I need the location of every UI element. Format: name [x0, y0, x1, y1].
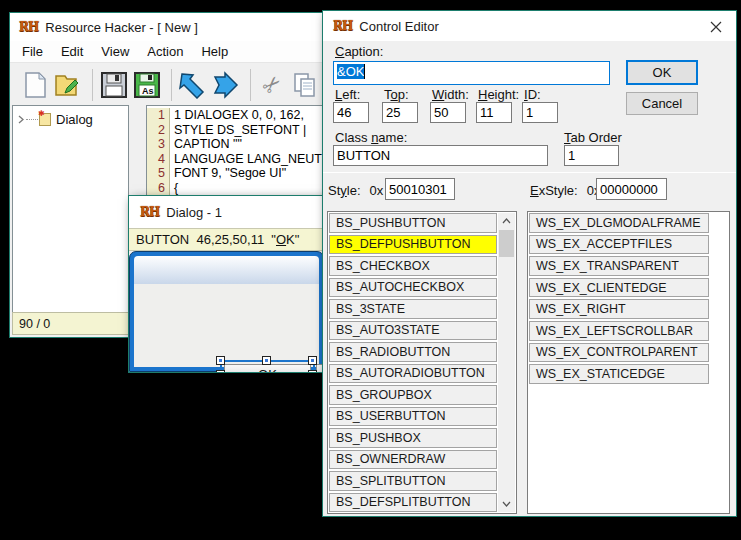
menu-item-edit[interactable]: Edit: [52, 42, 92, 61]
list-item[interactable]: BS_PUSHBOX: [329, 428, 497, 448]
selection-handle-n[interactable]: [263, 357, 270, 364]
exstyle-hex-field[interactable]: [596, 178, 667, 200]
code-text: FONT 9, "Segoe UI": [170, 166, 286, 181]
style-hex-prefix: 0x: [370, 183, 384, 198]
code-text: STYLE DS_SETFONT |: [170, 123, 306, 138]
copy-icon[interactable]: [290, 70, 320, 100]
resource-folder-icon: [39, 113, 51, 126]
chevron-right-icon[interactable]: [17, 115, 25, 124]
list-item[interactable]: BS_AUTOCHECKBOX: [329, 278, 497, 298]
menu-item-file[interactable]: File: [13, 42, 52, 61]
control-editor-titlebar: RH Control Editor: [323, 11, 736, 41]
height-label: Height:: [478, 87, 519, 102]
text-caret: [364, 64, 365, 79]
class-name-field[interactable]: [333, 145, 548, 166]
exstyle-flags-list[interactable]: WS_EX_DLGMODALFRAME WS_EX_ACCEPTFILES WS…: [527, 211, 730, 514]
code-text: LANGUAGE LANG_NEUT: [170, 152, 322, 167]
selection-handle-ne[interactable]: [309, 357, 316, 364]
list-item[interactable]: BS_OWNERDRAW: [329, 450, 497, 470]
style-label: Style:: [328, 183, 361, 198]
separator-line: [323, 172, 736, 173]
width-label: Width:: [432, 87, 469, 102]
selection-handle-nw[interactable]: [217, 357, 224, 364]
resource-tree: Dialog: [12, 105, 129, 314]
toolbar-separator: [171, 69, 172, 101]
menu-item-view[interactable]: View: [92, 42, 138, 61]
save-as-badge: As: [142, 86, 154, 96]
export-arrow-icon[interactable]: [211, 70, 241, 100]
selected-text: &OK: [337, 64, 364, 79]
open-file-icon[interactable]: [53, 70, 83, 100]
close-icon[interactable]: [708, 19, 724, 35]
left-field[interactable]: [333, 102, 369, 123]
new-document-icon[interactable]: [20, 70, 50, 100]
dialog-canvas[interactable]: OK: [129, 251, 324, 372]
line-number: 3: [147, 137, 170, 152]
dialog-preview-window: RH Dialog - 1 BUTTON 46,25,50,11 "OK" OK: [128, 195, 325, 373]
scrollbar-thumb[interactable]: [499, 230, 514, 257]
toolbar-separator: [92, 69, 93, 101]
exstyle-flags-items: WS_EX_DLGMODALFRAME WS_EX_ACCEPTFILES WS…: [529, 213, 709, 512]
selection-handle-e[interactable]: [309, 371, 316, 373]
list-item[interactable]: BS_PUSHBUTTON: [329, 213, 497, 233]
list-item[interactable]: BS_RADIOBUTTON: [329, 342, 497, 362]
style-flags-list[interactable]: BS_PUSHBUTTON BS_DEFPUSHBUTTON BS_CHECKB…: [327, 211, 517, 514]
list-item[interactable]: WS_EX_RIGHT: [529, 299, 709, 319]
list-item[interactable]: BS_USERBUTTON: [329, 407, 497, 427]
list-item[interactable]: BS_AUTO3STATE: [329, 321, 497, 341]
cancel-button[interactable]: Cancel: [626, 92, 698, 115]
list-item[interactable]: BS_DEFSPLITBUTTON: [329, 493, 497, 513]
style-hex-field[interactable]: [385, 178, 455, 200]
code-text: {: [170, 181, 178, 196]
toolbar-separator: [250, 69, 251, 101]
list-item-selected[interactable]: BS_DEFPUSHBUTTON: [329, 235, 497, 255]
tab-order-label: Tab Order: [564, 130, 622, 145]
id-label: ID:: [524, 87, 541, 102]
list-item[interactable]: WS_EX_CLIENTEDGE: [529, 278, 709, 298]
dialog1-title: Dialog - 1: [166, 205, 222, 220]
scroll-down-icon[interactable]: [498, 496, 515, 512]
list-item[interactable]: WS_EX_STATICEDGE: [529, 364, 709, 384]
code-text: CAPTION "": [170, 137, 242, 152]
list-item[interactable]: WS_EX_DLGMODALFRAME: [529, 213, 709, 233]
code-text: 1 DIALOGEX 0, 0, 162,: [170, 108, 304, 123]
control-editor-title: Control Editor: [359, 19, 438, 34]
list-item[interactable]: WS_EX_ACCEPTFILES: [529, 235, 709, 255]
selection-handle-w[interactable]: [217, 371, 224, 373]
height-field[interactable]: [476, 102, 512, 123]
style-flags-items: BS_PUSHBUTTON BS_DEFPUSHBUTTON BS_CHECKB…: [329, 213, 497, 512]
app-icon: RH: [333, 19, 352, 33]
caption-label: Caption:: [335, 44, 383, 59]
list-item[interactable]: BS_3STATE: [329, 299, 497, 319]
scrollbar[interactable]: [498, 213, 515, 512]
ok-button[interactable]: OK: [626, 60, 698, 85]
list-item[interactable]: BS_SPLITBUTTON: [329, 471, 497, 491]
main-window-title: Resource Hacker - [ New ]: [45, 20, 197, 35]
exstyle-row: ExStyle: 0x: [530, 183, 600, 198]
list-item[interactable]: BS_GROUPBOX: [329, 385, 497, 405]
save-as-icon[interactable]: As: [132, 70, 162, 100]
menu-item-action[interactable]: Action: [138, 42, 192, 61]
menu-item-help[interactable]: Help: [192, 42, 237, 61]
line-number: 1: [147, 108, 170, 123]
cut-icon[interactable]: ✂: [257, 70, 287, 100]
top-field[interactable]: [382, 102, 418, 123]
line-number: 4: [147, 152, 170, 167]
tab-order-field[interactable]: [564, 145, 619, 166]
caption-input[interactable]: &OK: [333, 61, 610, 85]
list-item[interactable]: WS_EX_CONTROLPARENT: [529, 343, 709, 363]
list-item[interactable]: WS_EX_LEFTSCROLLBAR: [529, 321, 709, 341]
scroll-up-icon[interactable]: [498, 213, 515, 229]
preview-client-area[interactable]: OK: [134, 284, 319, 367]
style-row: Style: 0x: [328, 183, 383, 198]
id-field[interactable]: [522, 102, 558, 123]
control-info-bar: BUTTON 46,25,50,11 "OK": [129, 228, 324, 251]
save-icon[interactable]: [99, 70, 129, 100]
list-item[interactable]: WS_EX_TRANSPARENT: [529, 256, 709, 276]
list-item[interactable]: BS_AUTORADIOBUTTON: [329, 364, 497, 384]
list-item[interactable]: BS_CHECKBOX: [329, 256, 497, 276]
left-label: Left:: [335, 87, 360, 102]
import-arrow-icon[interactable]: [178, 70, 208, 100]
width-field[interactable]: [430, 102, 466, 123]
tree-item-dialog[interactable]: Dialog: [13, 106, 128, 127]
